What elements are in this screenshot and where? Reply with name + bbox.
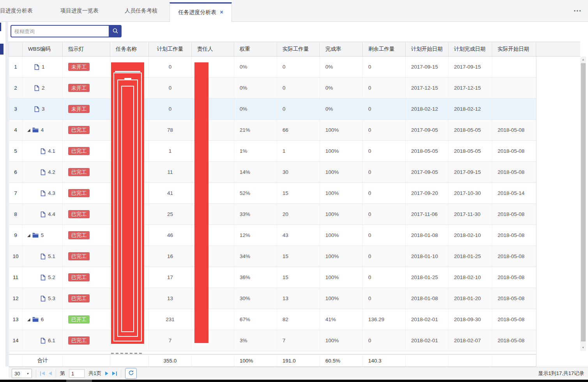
cell-weight: 34% xyxy=(234,246,277,267)
cell-row-number: 5 xyxy=(9,141,23,161)
cell-weight: 14% xyxy=(234,162,277,182)
tab-2[interactable]: 项目进度一览表 xyxy=(60,0,99,21)
table-body: 11未开工00%00%02017-09-152017-09-1522未开工00%… xyxy=(9,57,580,351)
search-icon xyxy=(112,28,118,35)
tab-bar: 目进度分析表项目进度一览表人员任务考核任务进度分析表× ●●● xyxy=(0,0,588,22)
column-header-实际工作量[interactable]: 实际工作量 xyxy=(277,42,320,56)
tree-collapse-icon[interactable]: ◢ xyxy=(27,318,30,322)
table-row[interactable]: 9◢5已完工4612%43100%02018-01-082018-02-1020… xyxy=(9,225,537,246)
search-button[interactable] xyxy=(109,25,122,37)
column-header-指示灯[interactable]: 指示灯 xyxy=(63,42,110,56)
scroll-up-icon[interactable]: ▲ xyxy=(580,57,586,62)
table-row[interactable]: 146.1已完工73%7100%02018-02-012018-02-07201… xyxy=(9,330,537,351)
cell-status: 已完工 xyxy=(63,204,110,225)
last-page-button[interactable] xyxy=(112,371,117,376)
status-badge: 已完工 xyxy=(68,252,90,261)
cell-row-number: 6 xyxy=(9,162,23,182)
prev-page-button[interactable] xyxy=(49,371,52,375)
cell-planned-workload: 0 xyxy=(149,99,192,119)
cell-plan-end: 2018-01-20 xyxy=(449,288,492,309)
table-row[interactable]: 22未开工00%00%02017-12-152017-12-15 xyxy=(9,78,537,99)
cell-wbs-code: 4.4 xyxy=(23,204,63,225)
cell-plan-end: 2018-09-30 xyxy=(449,309,492,330)
cell-actual-start xyxy=(492,99,536,119)
cell-weight: 30% xyxy=(234,288,277,309)
column-header-权重[interactable]: 权重 xyxy=(234,42,277,56)
cell-plan-end: 2017-11-30 xyxy=(449,204,492,225)
cell-wbs-code: 4.3 xyxy=(23,183,63,203)
tab-4[interactable]: 任务进度分析表× xyxy=(170,2,232,22)
column-header-计划开始日期[interactable]: 计划开始日期 xyxy=(406,42,449,56)
cell-completion-rate: 100% xyxy=(320,120,363,140)
column-header-实际开始日期[interactable]: 实际开始日期 xyxy=(492,42,536,56)
page-number-input[interactable] xyxy=(69,369,85,378)
table-row[interactable]: 84.4已完工2533%20100%02017-11-062017-11-302… xyxy=(9,204,537,225)
cell-wbs-code: 3 xyxy=(23,99,63,119)
wbs-code: 5.1 xyxy=(48,253,55,259)
column-header-WBS编码[interactable]: WBS编码 xyxy=(23,42,63,56)
cell-plan-end: 2018-05-05 xyxy=(449,120,492,140)
cell-weight: 67% xyxy=(234,309,277,330)
next-page-button[interactable] xyxy=(105,371,108,375)
cell-remaining-workload: 0 xyxy=(363,99,406,119)
cell-actual-start: 2018-05-08 xyxy=(492,309,536,330)
table-row[interactable]: 11未开工00%00%02017-09-152017-09-15 xyxy=(9,57,537,78)
cell-status: 已完工 xyxy=(63,225,110,246)
tree-collapse-icon[interactable]: ◢ xyxy=(27,128,30,132)
cell-status: 未开工 xyxy=(63,99,110,119)
table-row[interactable]: 74.3已完工4152%15100%02017-09-202017-10-302… xyxy=(9,183,537,204)
wbs-code: 5.3 xyxy=(48,295,55,301)
more-menu-icon[interactable]: ●●● xyxy=(574,0,582,22)
scroll-down-icon[interactable]: ▼ xyxy=(580,345,586,350)
cell-planned-workload: 0 xyxy=(149,78,192,98)
wbs-code: 4.2 xyxy=(48,169,55,175)
column-header-index[interactable] xyxy=(9,42,23,56)
refresh-button[interactable] xyxy=(125,368,137,379)
first-page-button[interactable] xyxy=(40,371,45,376)
cell-status: 已完工 xyxy=(63,120,110,140)
status-badge: 已完工 xyxy=(68,231,90,240)
cell-actual-workload: 0 xyxy=(277,78,320,98)
search-input[interactable] xyxy=(11,25,109,37)
column-header-剩余工作量[interactable]: 剩余工作量 xyxy=(363,42,406,56)
status-badge: 未开工 xyxy=(68,84,90,92)
cell-plan-start: 2018-01-08 xyxy=(406,225,449,246)
tab-close-icon[interactable]: × xyxy=(220,9,223,15)
cell-row-number: 10 xyxy=(9,246,23,267)
tab-1[interactable]: 目进度分析表 xyxy=(0,0,33,21)
total-cell: 191.0 xyxy=(277,355,320,366)
column-header-计划工作量[interactable]: 计划工作量 xyxy=(149,42,192,56)
cell-remaining-workload: 0 xyxy=(363,246,406,267)
column-header-完成率[interactable]: 完成率 xyxy=(320,42,363,56)
folder-icon xyxy=(32,127,39,133)
cell-wbs-code: 5.1 xyxy=(23,246,63,267)
table-row[interactable]: 33未开工00%00%02018-02-122018-02-12 xyxy=(9,99,537,120)
status-badge: 已完工 xyxy=(68,189,90,198)
column-header-计划完成日期[interactable]: 计划完成日期 xyxy=(449,42,492,56)
column-header-任务名称[interactable]: 任务名称 xyxy=(110,42,149,56)
table-row[interactable]: 115.2已完工1736%15100%02018-01-252018-02-10… xyxy=(9,267,537,288)
table-row[interactable]: 13◢6已开工23167%8241%136.292018-02-012018-0… xyxy=(9,309,537,330)
cell-plan-end: 2018-05-05 xyxy=(449,141,492,161)
table-row[interactable]: 105.1已完工1634%15100%02018-01-102018-01-25… xyxy=(9,246,537,267)
page-total-label: 共1页 xyxy=(88,370,101,377)
document-icon xyxy=(41,169,46,175)
tab-label: 目进度分析表 xyxy=(0,7,33,14)
scrollbar-thumb[interactable] xyxy=(581,63,586,341)
page-size-select[interactable]: 30 ▼ xyxy=(12,369,32,378)
table-row[interactable]: 125.3已完工1330%13100%02018-01-082018-01-20… xyxy=(9,288,537,309)
cell-completion-rate: 0% xyxy=(320,57,363,77)
tab-3[interactable]: 人员任务考核 xyxy=(125,0,157,21)
table-row[interactable]: 54.1已完工11%1100%02018-05-052018-05-052018… xyxy=(9,141,537,162)
table-row[interactable]: 4◢4已完工7821%66100%02017-09-052018-05-0520… xyxy=(9,120,537,141)
tree-collapse-icon[interactable]: ◢ xyxy=(27,233,30,237)
column-header-责任人[interactable]: 责任人 xyxy=(192,42,234,56)
cell-row-number: 3 xyxy=(9,99,23,119)
status-badge: 已完工 xyxy=(68,126,90,134)
cell-actual-start: 2018-05-08 xyxy=(492,246,536,267)
table-row[interactable]: 64.2已完工1114%30100%02017-09-052017-09-152… xyxy=(9,162,537,183)
status-badge: 已完工 xyxy=(68,210,90,219)
cell-planned-workload: 13 xyxy=(149,288,192,309)
cell-actual-workload: 0 xyxy=(277,57,320,77)
cell-weight: 12% xyxy=(234,225,277,246)
